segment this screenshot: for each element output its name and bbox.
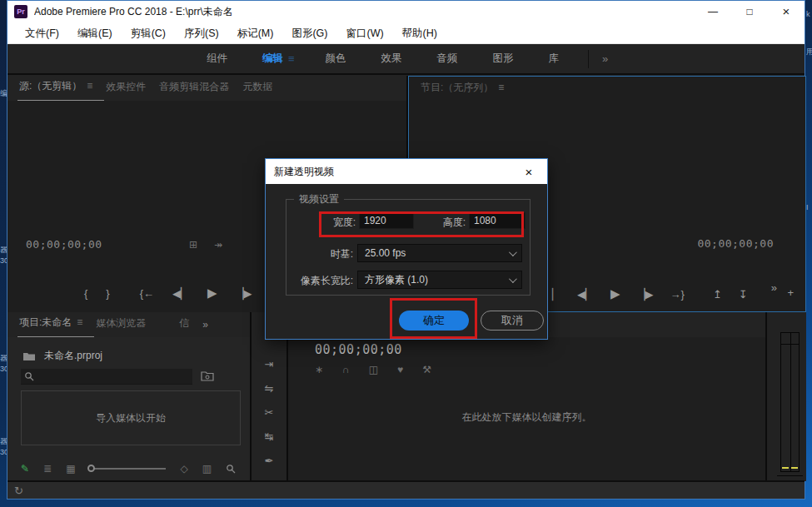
- panel-menu-icon[interactable]: ≡: [87, 80, 92, 92]
- background-fragment: 用: [806, 47, 812, 57]
- project-toolbar: ✎ ≣ ▦ ◇ ▥: [21, 463, 241, 475]
- tab-audio-clip-mixer[interactable]: 音频剪辑混合器: [157, 80, 241, 101]
- workspace-tab-graphics[interactable]: 图形: [476, 52, 531, 66]
- chevron-down-icon: [509, 248, 517, 256]
- project-tab-bar: 项目:未命名≡ 媒体浏览器 信 »: [7, 312, 250, 337]
- play-icon[interactable]: ▶: [610, 286, 620, 301]
- project-writable-icon[interactable]: ✎: [21, 463, 29, 475]
- program-timecode: 00;00;00;00: [697, 237, 774, 250]
- tab-effect-controls[interactable]: 效果控件: [104, 80, 157, 101]
- menu-item-graphics[interactable]: 图形(G): [282, 22, 336, 44]
- timebase-label: 时基:: [274, 247, 353, 261]
- automate-to-sequence-icon[interactable]: ◇: [180, 463, 187, 475]
- program-tab-bar: 节目:（无序列）≡: [409, 77, 805, 102]
- nest-insert-icon[interactable]: ∗: [315, 364, 323, 375]
- workspace-tab-libraries[interactable]: 库: [531, 52, 577, 66]
- step-back-icon[interactable]: ◀▏: [577, 288, 594, 301]
- menu-item-help[interactable]: 帮助(H): [393, 22, 446, 44]
- transport-overflow-icon[interactable]: »: [771, 281, 777, 294]
- slip-tool-icon[interactable]: ↹: [265, 430, 274, 443]
- add-marker-icon[interactable]: ♥: [397, 364, 403, 375]
- panel-menu-icon[interactable]: ≡: [77, 316, 82, 328]
- menu-item-window[interactable]: 窗口(W): [336, 22, 392, 44]
- pen-tool-icon[interactable]: ✒: [265, 455, 274, 467]
- project-file-row[interactable]: 未命名.prproj: [22, 349, 102, 363]
- panel-menu-icon[interactable]: ≡: [498, 82, 504, 93]
- timeline-toolbar: ∗ ∩ ◫ ♥ ⚒: [315, 364, 431, 375]
- program-transport-controls: ▏ ◀▏ ▶ ▕▶ →} ↥ ↧: [552, 286, 748, 301]
- add-button-icon[interactable]: +: [787, 286, 794, 299]
- tab-project[interactable]: 项目:未命名≡: [17, 316, 94, 337]
- menu-item-file[interactable]: 文件(F): [16, 22, 68, 44]
- dialog-title-bar[interactable]: 新建透明视频 ×: [266, 159, 547, 184]
- ripple-edit-tool-icon[interactable]: ⇋: [265, 382, 274, 395]
- lift-icon[interactable]: ↥: [713, 288, 722, 301]
- video-settings-label: 视频设置: [294, 192, 344, 206]
- workspace-menu-icon[interactable]: ≡: [288, 52, 308, 65]
- step-forward-icon[interactable]: ▕▶: [236, 287, 252, 300]
- go-to-out-icon[interactable]: →}: [670, 288, 685, 301]
- tab-program[interactable]: 节目:（无序列）≡: [419, 81, 516, 102]
- timebase-select[interactable]: 25.00 fps: [357, 244, 522, 262]
- panel-overflow-icon[interactable]: »: [201, 319, 220, 337]
- zoom-slider[interactable]: [89, 468, 166, 470]
- timeline-settings-wrench-icon[interactable]: ⚒: [422, 364, 431, 375]
- tab-info-partial[interactable]: 信: [157, 316, 201, 337]
- edge-icon: ▏: [552, 288, 560, 301]
- filmstrip-icon[interactable]: ▥: [202, 463, 212, 475]
- meter-scale-line: [781, 344, 799, 345]
- dialog-title: 新建透明视频: [274, 165, 519, 179]
- pixel-aspect-select[interactable]: 方形像素 (1.0): [357, 271, 522, 289]
- cancel-button[interactable]: 取消: [481, 311, 544, 331]
- icon-view-icon[interactable]: ▦: [66, 463, 75, 475]
- track-select-tool-icon[interactable]: ⇥: [265, 358, 274, 370]
- maximize-button[interactable]: □: [731, 1, 768, 22]
- extract-icon[interactable]: ↧: [739, 288, 748, 301]
- search-icon: [24, 371, 34, 381]
- menu-item-clip[interactable]: 剪辑(C): [122, 22, 175, 44]
- tab-source-label: 源:（无剪辑）: [19, 80, 82, 92]
- workspace-tab-effects[interactable]: 效果: [364, 52, 420, 66]
- timeline-timecode: 00;00;00;00: [315, 342, 402, 357]
- timebase-value: 25.00 fps: [365, 247, 406, 259]
- linked-selection-icon[interactable]: ◫: [369, 364, 378, 375]
- go-to-in-icon[interactable]: {←: [140, 287, 154, 300]
- close-button[interactable]: ×: [768, 1, 805, 22]
- workspace-overflow-icon[interactable]: »: [595, 52, 615, 65]
- tab-source[interactable]: 源:（无剪辑）≡: [17, 79, 104, 101]
- search-input[interactable]: [34, 371, 176, 381]
- list-view-icon[interactable]: ≣: [43, 463, 52, 475]
- snap-magnet-icon[interactable]: ∩: [342, 364, 350, 375]
- zoom-slider-knob[interactable]: [87, 465, 95, 472]
- workspace-tab-assembly[interactable]: 组件: [189, 52, 245, 66]
- play-icon[interactable]: ▶: [207, 286, 217, 301]
- folder-icon: [22, 351, 36, 361]
- search-bin-icon[interactable]: [201, 370, 214, 381]
- audio-meter-panel: [767, 312, 806, 481]
- workspace-tab-editing[interactable]: 编辑: [245, 52, 288, 66]
- minimize-button[interactable]: —: [695, 1, 731, 22]
- workspace-tab-audio[interactable]: 音频: [420, 52, 476, 66]
- import-media-dropzone[interactable]: 导入媒体以开始: [21, 390, 241, 445]
- menu-item-markers[interactable]: 标记(M): [228, 22, 283, 44]
- monitor-settings-icon[interactable]: ⊞: [189, 239, 197, 251]
- tab-metadata[interactable]: 元数据: [241, 80, 284, 101]
- mark-in-icon[interactable]: {: [84, 287, 87, 300]
- find-icon[interactable]: [226, 464, 236, 474]
- annotation-highlight-ok: [390, 298, 477, 339]
- tab-media-browser[interactable]: 媒体浏览器: [94, 316, 157, 337]
- cc-sync-icon[interactable]: ↻: [14, 485, 23, 497]
- timeline-drop-hint: 在此处放下媒体以创建序列。: [288, 410, 765, 425]
- step-back-icon[interactable]: ◀▏: [172, 287, 189, 300]
- step-forward-icon[interactable]: ▕▶: [637, 288, 654, 301]
- menu-item-sequence[interactable]: 序列(S): [175, 22, 228, 44]
- mark-out-icon[interactable]: }: [106, 287, 109, 300]
- project-search-box[interactable]: [21, 369, 192, 385]
- insert-bars-icon[interactable]: ↠: [214, 239, 222, 251]
- dialog-close-icon[interactable]: ×: [519, 165, 539, 179]
- divider: [588, 50, 589, 68]
- menu-item-edit[interactable]: 编辑(E): [68, 22, 122, 44]
- background-fragment: I: [806, 203, 809, 211]
- razor-tool-icon[interactable]: ✂: [265, 406, 274, 419]
- workspace-tab-color[interactable]: 颜色: [308, 52, 364, 66]
